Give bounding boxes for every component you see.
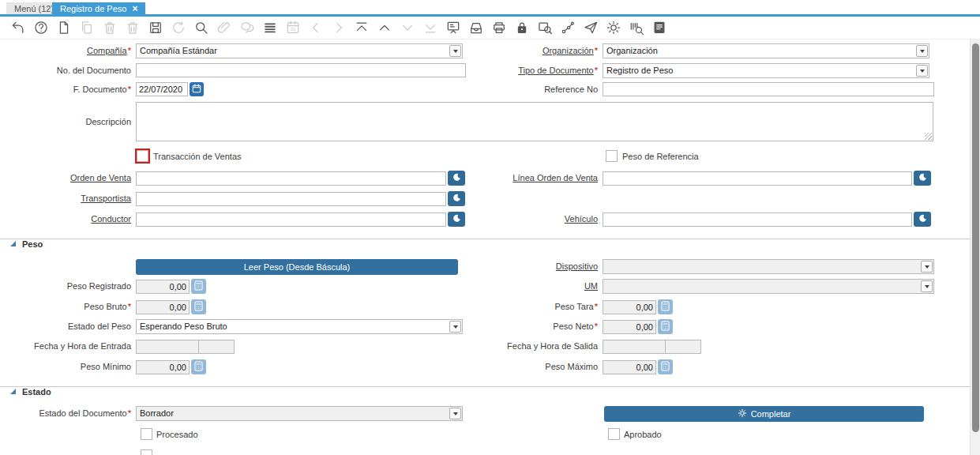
chevron-down-icon[interactable] <box>916 65 928 77</box>
dispositivo-value <box>603 260 920 273</box>
find-icon[interactable] <box>193 19 209 36</box>
peso-bruto-input[interactable] <box>136 300 190 314</box>
peso-referencia-label: Peso de Referencia <box>622 151 699 163</box>
help-icon[interactable] <box>33 19 49 36</box>
weight-registry-window: Menú (12) Registro de Peso × 31 <box>0 0 980 455</box>
chevron-down-icon[interactable] <box>449 321 461 333</box>
conductor-input[interactable] <box>136 212 446 227</box>
orden-venta-search-button[interactable] <box>448 171 465 186</box>
chevron-down-icon[interactable] <box>921 280 933 292</box>
linea-orden-venta-input[interactable] <box>603 171 912 186</box>
calendar-picker-button[interactable] <box>190 82 204 96</box>
chevron-down-icon[interactable] <box>449 408 461 419</box>
transaccion-ventas-checkbox[interactable] <box>137 150 148 162</box>
tipo-documento-select[interactable]: Registro de Peso <box>603 63 929 78</box>
chat-icon[interactable] <box>239 19 255 36</box>
save-icon[interactable] <box>148 19 163 36</box>
last-record-icon[interactable] <box>422 19 438 36</box>
detail-record-icon[interactable] <box>331 19 347 36</box>
um-label: UM <box>474 279 598 294</box>
hora-entrada-input[interactable] <box>198 340 235 354</box>
completar-button[interactable]: Completar <box>604 406 924 422</box>
no-documento-input[interactable] <box>136 63 466 77</box>
linea-orden-venta-label: Línea Orden de Venta <box>474 171 598 186</box>
peso-minimo-input[interactable] <box>136 360 190 374</box>
orden-venta-input[interactable] <box>136 171 446 186</box>
next-record-icon[interactable] <box>400 19 415 36</box>
chevron-down-icon[interactable] <box>449 45 461 57</box>
collapse-triangle-icon[interactable] <box>10 241 16 246</box>
fecha-salida-input[interactable] <box>603 340 666 354</box>
descripcion-textarea[interactable] <box>136 102 933 141</box>
copy-record-icon[interactable] <box>79 19 95 36</box>
quick-form-icon[interactable] <box>651 19 667 36</box>
vehiculo-search-button[interactable] <box>914 212 931 227</box>
procesado-label: Procesado <box>156 429 198 441</box>
vertical-scrollbar[interactable] <box>970 39 980 455</box>
procesado-checkbox[interactable] <box>141 428 152 440</box>
um-value <box>603 280 920 293</box>
vehiculo-input[interactable] <box>603 212 912 227</box>
leer-peso-button[interactable]: Leer Peso (Desde Báscula) <box>136 259 458 275</box>
peso-neto-input[interactable] <box>603 320 656 334</box>
hora-salida-input[interactable] <box>665 340 701 354</box>
report-icon[interactable] <box>445 19 461 36</box>
previous-record-icon[interactable] <box>377 19 392 36</box>
lock-icon[interactable] <box>514 19 530 36</box>
peso-registrado-input[interactable] <box>136 280 190 294</box>
transaccion-ventas-label: Transacción de Ventas <box>153 151 242 163</box>
transportista-search-button[interactable] <box>448 191 465 206</box>
calculator-icon <box>661 360 670 374</box>
archive-icon[interactable] <box>468 19 484 36</box>
peso-referencia-checkbox[interactable] <box>606 150 618 162</box>
new-record-icon[interactable] <box>56 19 72 36</box>
print-icon[interactable] <box>491 19 507 36</box>
lookup-icon <box>918 212 927 227</box>
transportista-input[interactable] <box>136 192 446 206</box>
peso-maximo-input[interactable] <box>603 360 656 374</box>
peso-tara-input[interactable] <box>603 300 656 314</box>
attachment-icon[interactable] <box>216 19 232 36</box>
estado-del-peso-select[interactable]: Esperando Peso Bruto <box>136 319 463 334</box>
resize-grip-icon[interactable] <box>925 133 932 140</box>
close-icon[interactable]: × <box>132 5 137 13</box>
parent-record-icon[interactable] <box>308 19 324 36</box>
reference-no-input[interactable] <box>603 82 934 96</box>
scrollbar-thumb[interactable] <box>972 43 979 432</box>
peso-minimo-calculator-button[interactable] <box>191 359 206 374</box>
f-documento-input[interactable] <box>136 82 188 96</box>
preferences-icon[interactable] <box>606 19 621 36</box>
peso-tara-calculator-button[interactable] <box>658 299 673 314</box>
peso-bruto-calculator-button[interactable] <box>191 299 206 314</box>
conductor-search-button[interactable] <box>448 212 465 227</box>
clipped-bottom-checkbox[interactable] <box>141 449 152 455</box>
undo-icon[interactable] <box>10 19 26 36</box>
linea-orden-venta-search-button[interactable] <box>914 171 931 186</box>
delete-selection-icon[interactable] <box>125 19 141 36</box>
peso-registrado-calculator-button[interactable] <box>191 279 206 294</box>
estado-section-title: Estado <box>22 387 51 397</box>
chevron-down-icon[interactable] <box>916 45 928 57</box>
tipo-documento-value: Registro de Peso <box>603 64 915 77</box>
um-select[interactable] <box>603 279 934 294</box>
history-calendar-icon[interactable]: 31 <box>285 19 301 36</box>
zoom-across-icon[interactable] <box>537 19 553 36</box>
grid-toggle-icon[interactable] <box>262 19 278 36</box>
estado-documento-select[interactable]: Borrador <box>136 406 463 421</box>
send-mail-icon[interactable] <box>583 19 599 36</box>
completar-button-label: Completar <box>751 409 791 419</box>
peso-maximo-calculator-button[interactable] <box>658 359 673 374</box>
peso-neto-calculator-button[interactable] <box>658 319 673 334</box>
workflow-icon[interactable] <box>560 19 576 36</box>
chevron-down-icon[interactable] <box>921 261 933 273</box>
first-record-icon[interactable] <box>354 19 370 36</box>
organizacion-select[interactable]: Organización <box>603 43 929 58</box>
refresh-icon[interactable] <box>171 19 186 36</box>
compania-select[interactable]: Compañía Estándar <box>136 43 463 58</box>
collapse-triangle-icon[interactable] <box>10 389 16 394</box>
aprobado-checkbox[interactable] <box>608 428 620 440</box>
product-info-icon[interactable] <box>629 19 644 36</box>
delete-record-icon[interactable] <box>102 19 118 36</box>
fecha-entrada-input[interactable] <box>136 340 199 354</box>
dispositivo-select[interactable] <box>603 259 934 274</box>
